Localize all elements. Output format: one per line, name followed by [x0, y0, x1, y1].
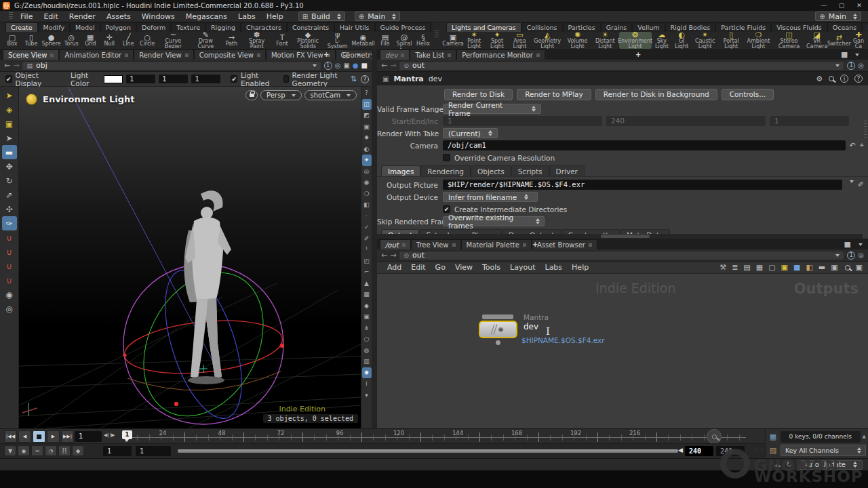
- help-icon[interactable]: ?: [361, 75, 369, 83]
- shelf-tool[interactable]: ❂ Environment Light: [619, 32, 652, 49]
- menu-item[interactable]: Tools: [477, 263, 505, 272]
- menu-item[interactable]: Go: [431, 263, 450, 272]
- display-option-icon[interactable]: ✦: [362, 155, 372, 166]
- viewport-tool-icon[interactable]: ∪: [2, 230, 17, 245]
- menu-item[interactable]: Assets: [101, 12, 136, 21]
- viewport-tool-icon[interactable]: ⇗: [2, 188, 17, 202]
- viewport-tool-icon[interactable]: ↻: [2, 174, 17, 188]
- viewport-tool-icon[interactable]: ▣: [2, 117, 17, 131]
- tab-marker-icon[interactable]: [402, 243, 406, 247]
- shelf-tab[interactable]: Lights and Cameras: [446, 22, 521, 32]
- pane-tab[interactable]: Scene View: [3, 49, 59, 60]
- shelf-tab[interactable]: Model: [70, 22, 100, 32]
- add-pane-tab-button[interactable]: +: [528, 239, 542, 249]
- shelf-tool[interactable]: ◭ Geometry Light: [531, 32, 564, 49]
- camera-path-field[interactable]: /obj/cam1: [443, 140, 846, 150]
- go-to-end-button[interactable]: ▶▶|: [61, 430, 74, 443]
- pane-tab[interactable]: Render View: [134, 49, 194, 60]
- link-number-badge[interactable]: 1: [847, 62, 855, 70]
- info-icon[interactable]: i: [840, 75, 848, 83]
- menu-item[interactable]: Windows: [136, 12, 180, 21]
- main-take-selector[interactable]: ⊕ Main: [355, 12, 401, 21]
- shelf-tool[interactable]: ✴ Caustic Light: [691, 32, 719, 49]
- override-camera-resolution-checkbox[interactable]: [443, 154, 450, 161]
- path-dropdown-icon[interactable]: [835, 64, 840, 67]
- pane-divider[interactable]: [372, 49, 377, 428]
- shelf-tool[interactable]: § Helix: [414, 32, 433, 49]
- display-option-icon[interactable]: ▾: [362, 390, 372, 401]
- pane-tab[interactable]: Performance Monitor: [456, 49, 545, 60]
- shelf-tab[interactable]: Hair Utils: [334, 22, 374, 32]
- shelf-tool[interactable]: ▯ Tube: [22, 32, 41, 49]
- shelf-tool[interactable]: ◐ GI Light: [672, 32, 691, 49]
- viewport-tool-icon[interactable]: ◎: [2, 302, 17, 316]
- pane-split-icon[interactable]: ◫: [342, 50, 349, 59]
- forward-icon[interactable]: →: [390, 61, 396, 70]
- back-icon[interactable]: ←: [381, 251, 387, 260]
- forward-icon[interactable]: →: [13, 61, 19, 70]
- render-button[interactable]: Render to MPlay: [517, 89, 591, 100]
- range-slider-track[interactable]: [178, 449, 678, 453]
- link-number-badge[interactable]: 1: [324, 62, 332, 70]
- pane-tab[interactable]: Take List: [410, 49, 456, 60]
- network-toolbar-icon[interactable]: ≣: [732, 263, 738, 272]
- scoped-channels-icon[interactable]: ▦: [768, 432, 778, 441]
- menu-item[interactable]: Add: [382, 263, 406, 272]
- playback-range-start-field[interactable]: 1: [136, 446, 171, 456]
- viewport-tool-icon[interactable]: ✥: [2, 159, 17, 174]
- display-option-icon[interactable]: ·: [362, 211, 372, 222]
- link-number-badge[interactable]: 1: [847, 251, 855, 260]
- light-enabled-checkbox[interactable]: ✔: [231, 75, 237, 83]
- render-with-take-dropdown[interactable]: (Current): [443, 128, 498, 138]
- main-take-selector-right[interactable]: ⊕ Main: [815, 12, 861, 21]
- pin-target-icon[interactable]: ◎: [858, 251, 864, 259]
- realtime-clock-icon[interactable]: ◔: [45, 445, 57, 456]
- shelf-tool[interactable]: ▤ File: [376, 32, 395, 49]
- display-option-icon[interactable]: ✓: [362, 222, 372, 233]
- set-key-button[interactable]: [707, 429, 722, 444]
- update-mode-dropdown[interactable]: Auto Update: [797, 460, 863, 470]
- shelf-tool[interactable]: ψ L-System: [324, 32, 351, 49]
- viewport-tool-icon[interactable]: ✑: [2, 216, 17, 230]
- shelf-tool[interactable]: T Font: [273, 32, 292, 49]
- stop-button[interactable]: ■: [33, 430, 45, 443]
- node-chooser-icon[interactable]: ⌖: [860, 141, 864, 150]
- light-color-r-field[interactable]: 1: [126, 75, 155, 83]
- param-tab[interactable]: Rendering: [420, 165, 471, 176]
- shelf-tool[interactable]: ▣ Camera: [443, 32, 462, 49]
- geometry-cube-icon[interactable]: ▣: [343, 62, 349, 69]
- node-name-label[interactable]: dev: [524, 322, 538, 331]
- menu-item[interactable]: Help: [567, 263, 593, 272]
- pane-tab[interactable]: Animation Editor: [59, 49, 134, 60]
- display-option-icon[interactable]: ▥: [362, 356, 372, 367]
- shelf-tab[interactable]: Create: [5, 22, 38, 32]
- menu-item[interactable]: Edit: [406, 263, 430, 272]
- shelf-tool[interactable]: ◪ VR Camera: [805, 32, 829, 49]
- pane-split-icon[interactable]: ■: [841, 50, 848, 59]
- light-color-g-field[interactable]: 1: [159, 75, 188, 83]
- viewport-tool-icon[interactable]: ➤: [2, 88, 17, 102]
- mantra-node[interactable]: ✺: [479, 321, 517, 338]
- display-option-icon[interactable]: ◆: [362, 300, 372, 312]
- viewport-tool-icon[interactable]: ◈: [2, 102, 17, 117]
- network-overview-icon[interactable]: ▣: [856, 263, 863, 272]
- light-color-b-field[interactable]: 1: [191, 75, 220, 83]
- shelf-tool[interactable]: ╱ Line: [119, 32, 138, 49]
- pane-tab[interactable]: Composite View: [194, 49, 266, 60]
- tab-marker-icon[interactable]: [50, 54, 54, 57]
- pane-tab[interactable]: Material Palette: [461, 239, 532, 249]
- viewport-tool-icon[interactable]: ➤: [2, 131, 17, 145]
- add-pane-tab-button[interactable]: +: [319, 49, 334, 60]
- param-tab[interactable]: Objects: [471, 165, 511, 176]
- playhead-marker[interactable]: 1: [122, 430, 132, 439]
- shelf-tab[interactable]: Terrain FX: [431, 22, 433, 32]
- shelf-tool[interactable]: ☁ Sky Light: [652, 32, 673, 49]
- display-option-icon[interactable]: ▣: [362, 311, 372, 323]
- vertical-scroll-grip[interactable]: [864, 121, 867, 138]
- gear-icon[interactable]: ⚙: [816, 75, 823, 83]
- display-option-icon[interactable]: ◉: [362, 177, 372, 188]
- cook-mode-icon[interactable]: ☁: [773, 460, 781, 469]
- render-button[interactable]: Render to Disk in Background: [595, 89, 717, 100]
- pane-tab[interactable]: /out: [380, 239, 411, 249]
- shelf-tab[interactable]: Collisions: [521, 22, 563, 32]
